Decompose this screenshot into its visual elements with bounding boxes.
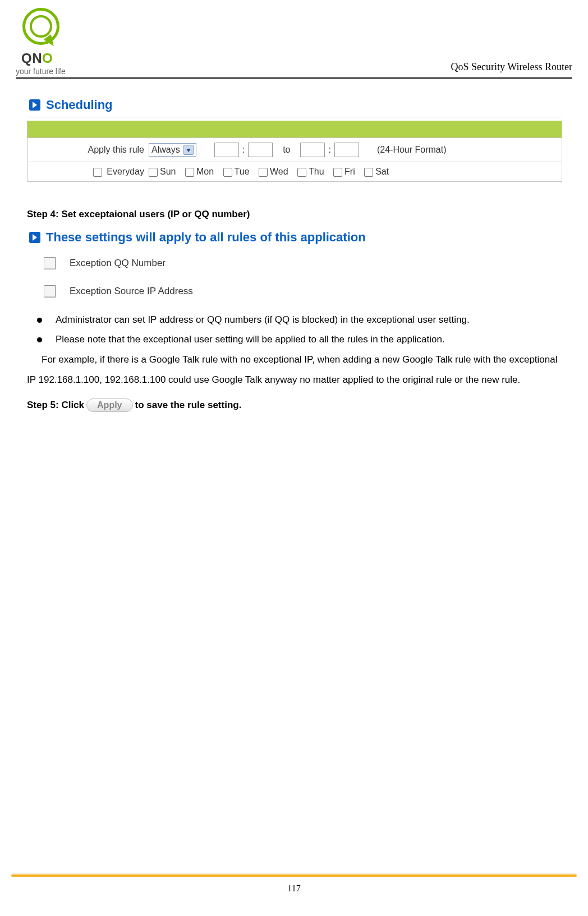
- step5-before: Step 5: Click: [27, 395, 84, 415]
- expand-icon[interactable]: [29, 99, 40, 111]
- scheduling-title: Scheduling: [46, 98, 113, 112]
- time-from-hh[interactable]: [214, 143, 239, 157]
- day-label: Sat: [375, 167, 389, 176]
- day-label: Mon: [196, 167, 214, 176]
- exception-ip-checkbox[interactable]: [44, 285, 56, 297]
- example-paragraph: For example, if there is a Google Talk r…: [27, 350, 562, 390]
- time-sep: :: [328, 145, 330, 155]
- exception-ip-label: Exception Source IP Address: [70, 286, 193, 297]
- time-sep: :: [242, 145, 245, 155]
- time-from-mm[interactable]: [248, 143, 273, 157]
- scheduling-panel: Scheduling Apply this rule Always :: [27, 95, 562, 182]
- brand-tagline: your future life: [16, 65, 66, 75]
- apply-button[interactable]: Apply: [86, 399, 132, 412]
- header-divider: [16, 77, 572, 79]
- brand-name: QNO: [16, 52, 66, 65]
- chevron-down-icon: [183, 145, 194, 155]
- exceptions-panel: These settings will apply to all rules o…: [27, 228, 562, 305]
- day-thu-checkbox[interactable]: [297, 168, 306, 177]
- bullet-icon: [37, 337, 42, 342]
- step4-heading: Step 4: Set exceptaional users (IP or QQ…: [27, 204, 562, 225]
- day-tue-checkbox[interactable]: [223, 168, 232, 177]
- apply-rule-label: Apply this rule: [33, 145, 149, 155]
- bullet-icon: [37, 318, 42, 323]
- expand-icon[interactable]: [29, 232, 40, 243]
- everyday-label: Everyday: [107, 167, 144, 176]
- doc-title: QoS Security Wireless Router: [451, 61, 572, 75]
- day-label: Thu: [309, 167, 324, 176]
- day-mon-checkbox[interactable]: [185, 168, 194, 177]
- footer-divider: [11, 873, 577, 873]
- day-sun-checkbox[interactable]: [149, 168, 158, 177]
- time-format-hint: (24-Hour Format): [377, 145, 447, 155]
- exception-qq-label: Exception QQ Number: [70, 258, 166, 269]
- exceptions-title: These settings will apply to all rules o…: [46, 230, 366, 245]
- day-label: Sun: [160, 167, 176, 176]
- bullet-text: Administrator can set IP address or QQ n…: [56, 310, 470, 330]
- day-fri-checkbox[interactable]: [333, 168, 342, 177]
- bullet-text: Please note that the exceptional user se…: [56, 329, 445, 350]
- apply-rule-select-value: Always: [151, 145, 180, 155]
- day-wed-checkbox[interactable]: [259, 168, 268, 177]
- page-number: 117: [0, 877, 588, 894]
- day-sat-checkbox[interactable]: [364, 168, 373, 177]
- step5-after: to save the rule setting.: [135, 395, 242, 415]
- apply-rule-select[interactable]: Always: [149, 143, 196, 157]
- brand-logo: QNO your future life: [16, 7, 66, 75]
- exception-qq-checkbox[interactable]: [44, 257, 56, 269]
- day-label: Wed: [270, 167, 288, 176]
- time-to-label: to: [283, 145, 290, 155]
- day-label: Fri: [344, 167, 355, 176]
- day-label: Tue: [235, 167, 250, 176]
- everyday-checkbox[interactable]: [93, 168, 102, 177]
- time-to-mm[interactable]: [334, 143, 359, 157]
- scheduling-header-bar: [27, 121, 562, 138]
- time-to-hh[interactable]: [300, 143, 325, 157]
